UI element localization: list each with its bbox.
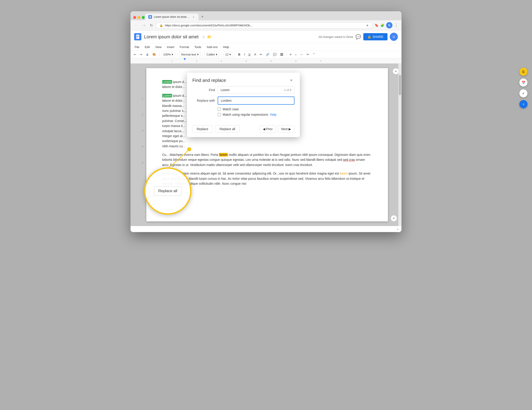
add-content-button-top[interactable]: + bbox=[393, 68, 399, 74]
sidebar-icon-1[interactable]: G bbox=[519, 68, 527, 76]
dialog-close-button[interactable]: × bbox=[288, 77, 294, 83]
italic-button[interactable]: I bbox=[243, 52, 246, 57]
traffic-light-green[interactable] bbox=[142, 16, 145, 19]
share-button[interactable]: 🔒 SHARE bbox=[363, 33, 388, 40]
sidebar-icon-3[interactable]: ✓ bbox=[519, 89, 527, 97]
image-button[interactable]: 🖼 bbox=[279, 52, 285, 57]
menu-view[interactable]: View bbox=[153, 44, 164, 50]
right-sidebar: + + bbox=[390, 64, 401, 226]
paint-format-button[interactable]: 🎨 bbox=[151, 52, 157, 57]
linespacing-button[interactable]: ↕ bbox=[294, 52, 298, 57]
page-scrollbar[interactable] bbox=[398, 64, 401, 226]
highlight-button[interactable]: ✏ bbox=[258, 52, 264, 57]
menu-help[interactable]: Help bbox=[221, 44, 231, 50]
align-button[interactable]: ≡ bbox=[288, 52, 293, 57]
doc-title: Lorem ipsum dolor sit amet bbox=[144, 34, 199, 39]
fontsize-dropdown[interactable]: 12 ▾ bbox=[223, 52, 233, 57]
svg-rect-4 bbox=[136, 35, 139, 39]
match-case-row: Match case bbox=[192, 107, 294, 111]
menu-insert[interactable]: Insert bbox=[165, 44, 177, 50]
link-button[interactable]: 🔗 bbox=[265, 52, 271, 57]
toolbar-sep-5 bbox=[235, 52, 235, 57]
highlight-lorem-1: Lorem bbox=[162, 80, 172, 84]
zoom-dropdown[interactable]: 100% ▾ bbox=[161, 52, 175, 57]
replace-button[interactable]: Replace bbox=[192, 125, 212, 133]
pencil-button[interactable]: ✏ bbox=[305, 52, 311, 57]
dialog-title: Find and replace bbox=[192, 78, 226, 83]
traffic-light-red[interactable] bbox=[133, 16, 136, 19]
sidebar-icon-4[interactable]: ≡ bbox=[519, 100, 527, 108]
match-case-checkbox[interactable] bbox=[218, 108, 221, 111]
account-icon[interactable]: G bbox=[386, 22, 392, 28]
print-button[interactable]: 🖨 bbox=[144, 52, 150, 57]
match-regex-checkbox[interactable] bbox=[218, 113, 221, 116]
address-actions: 🔖 🧩 G ⋮ bbox=[374, 22, 398, 28]
traffic-light-yellow[interactable] bbox=[138, 16, 141, 19]
font-dropdown[interactable]: Calibri ▾ bbox=[205, 52, 219, 57]
redo-button[interactable]: ↪ bbox=[138, 52, 144, 57]
format-toolbar: ↩ ↪ 🖨 🎨 100% ▾ Normal text ▾ Calibri ▾ bbox=[131, 51, 401, 58]
add-content-button-bottom[interactable]: + bbox=[391, 215, 397, 221]
svg-text:7: 7 bbox=[320, 60, 321, 62]
share-label: SHARE bbox=[373, 35, 383, 38]
docs-app: Lorem ipsum dolor sit amet ☆ 📁 All chang… bbox=[131, 30, 401, 232]
user-avatar[interactable]: U bbox=[390, 33, 398, 41]
menu-file[interactable]: File bbox=[132, 44, 142, 50]
forward-button[interactable]: → bbox=[141, 22, 147, 28]
doc-page: Lorem ipsum d...labore et dolor... Lorem… bbox=[146, 68, 388, 221]
zoom-arrow: ▾ bbox=[172, 53, 173, 56]
replace-label: Replace with bbox=[192, 99, 215, 102]
menu-addons[interactable]: Add-ons bbox=[204, 44, 220, 50]
dialog-footer: Replace Replace all ◀ Prev Next ▶ bbox=[187, 123, 300, 137]
undo-button[interactable]: ↩ bbox=[132, 52, 138, 57]
chevron-right-button[interactable]: › bbox=[397, 227, 398, 231]
style-dropdown[interactable]: Normal text ▾ bbox=[179, 52, 200, 57]
svg-text:4: 4 bbox=[246, 60, 247, 62]
folder-button[interactable]: 📁 bbox=[207, 35, 212, 39]
bookmark-icon[interactable]: 🔖 bbox=[374, 23, 379, 27]
reload-button[interactable]: ↻ bbox=[149, 22, 154, 28]
active-tab[interactable]: Lorem ipsum dolor sit amet - G × bbox=[145, 14, 199, 20]
font-value: Calibri bbox=[207, 53, 215, 56]
toolbar-sep-2 bbox=[177, 52, 177, 57]
bold-button[interactable]: B bbox=[237, 52, 242, 57]
find-input-container[interactable]: Lorem 2 of 5 bbox=[218, 86, 294, 94]
dialog-body: Find Lorem 2 of 5 Replace with bbox=[187, 86, 300, 123]
scrollbar-thumb[interactable] bbox=[399, 75, 401, 95]
text-color-button[interactable]: A bbox=[253, 52, 257, 57]
address-bar: ← → ↻ 🔒 https://docs.google.com/document… bbox=[131, 20, 401, 30]
new-tab-button[interactable]: + bbox=[199, 13, 206, 20]
comment-button[interactable]: 💬 bbox=[272, 52, 278, 57]
find-label: Find bbox=[192, 88, 215, 92]
replace-input[interactable] bbox=[218, 97, 294, 105]
more-button[interactable]: ⋯ bbox=[299, 52, 304, 57]
tab-title: Lorem ipsum dolor sit amet - G bbox=[154, 15, 190, 18]
match-case-label: Match case bbox=[223, 107, 239, 111]
sidebar-icon-2[interactable]: 📅 bbox=[519, 79, 527, 87]
font-arrow: ▾ bbox=[216, 53, 218, 56]
menu-edit[interactable]: Edit bbox=[142, 44, 152, 50]
zoom-replace-all-button[interactable]: Replace all bbox=[154, 186, 181, 196]
help-link[interactable]: Help bbox=[270, 113, 277, 116]
document-area: 1 2 3 4 5 Lorem ipsum d...labore et dolo… bbox=[131, 64, 401, 226]
extensions-icon[interactable]: 🧩 bbox=[380, 23, 384, 27]
prev-button[interactable]: ◀ Prev bbox=[259, 125, 276, 133]
url-bar[interactable]: 🔒 https://docs.google.com/document/d/1bv… bbox=[156, 22, 372, 28]
replace-all-button[interactable]: Replace all bbox=[215, 125, 239, 133]
dialog-nav: ◀ Prev Next ▶ bbox=[259, 125, 294, 133]
expand-button[interactable]: ⌃ bbox=[311, 52, 317, 57]
comments-button[interactable]: 💬 bbox=[355, 34, 361, 39]
strikethrough-text: sed cras bbox=[343, 158, 355, 162]
toolbar-sep-4 bbox=[221, 52, 221, 57]
next-button[interactable]: Next ▶ bbox=[278, 125, 294, 133]
tab-close-button[interactable]: × bbox=[192, 15, 195, 19]
svg-text:1: 1 bbox=[171, 60, 172, 62]
underline-button[interactable]: U bbox=[247, 52, 252, 57]
back-button[interactable]: ← bbox=[134, 22, 139, 28]
menu-tools[interactable]: Tools bbox=[192, 44, 203, 50]
tab-bar: Lorem ipsum dolor sit amet - G × + bbox=[131, 11, 401, 20]
star-button[interactable]: ☆ bbox=[202, 35, 205, 39]
menu-icon[interactable]: ⋮ bbox=[394, 23, 398, 27]
share-lock-icon: 🔒 bbox=[367, 35, 371, 38]
menu-format[interactable]: Format bbox=[178, 44, 191, 50]
